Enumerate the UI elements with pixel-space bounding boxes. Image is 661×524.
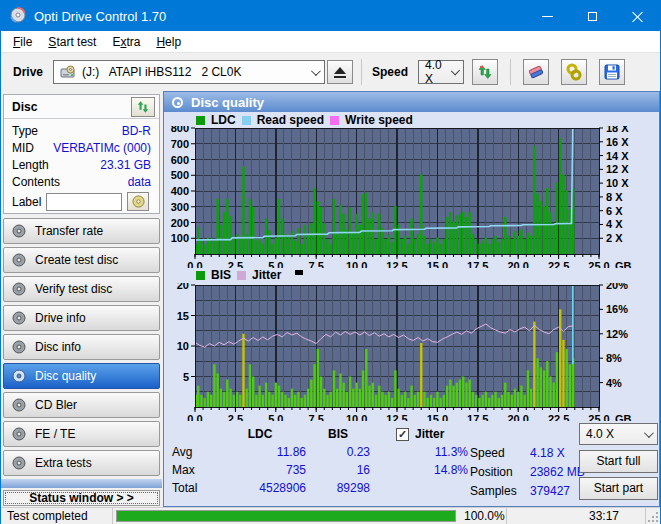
disc-icon — [12, 369, 26, 383]
tools-button[interactable] — [561, 59, 587, 85]
resize-grip[interactable] — [648, 512, 658, 522]
elapsed-time: 33:17 — [507, 508, 646, 524]
minimize-button[interactable] — [525, 1, 570, 31]
maximize-button[interactable] — [570, 1, 615, 31]
sidebar-item-disc-quality[interactable]: Disc quality — [3, 363, 160, 389]
legend-swatch — [242, 116, 251, 125]
save-button[interactable] — [599, 59, 625, 85]
svg-text:8%: 8% — [606, 352, 622, 364]
start-full-button[interactable]: Start full — [579, 450, 658, 473]
start-part-button[interactable]: Start part — [579, 477, 658, 500]
erase-disc-button[interactable] — [523, 59, 549, 85]
window-title: Opti Drive Control 1.70 — [34, 9, 525, 24]
svg-text:300: 300 — [171, 201, 189, 213]
disc-label-input[interactable] — [46, 193, 122, 211]
disc-icon — [132, 195, 145, 208]
svg-text:12%: 12% — [606, 328, 628, 340]
refresh-speeds-button[interactable] — [472, 59, 498, 85]
svg-text:5: 5 — [183, 371, 189, 383]
chevron-down-icon — [644, 428, 654, 438]
legend-label: BIS — [211, 268, 231, 282]
test-speed-select[interactable]: 4.0 X — [579, 423, 658, 445]
sidebar-item-verify-test-disc[interactable]: Verify test disc — [3, 276, 160, 302]
disc-properties: TypeBD-RMIDVERBATIMc (000)Length23.31 GB… — [4, 119, 159, 190]
progress-bar — [116, 510, 456, 522]
svg-text:18 X: 18 X — [606, 126, 629, 134]
disc-icon — [12, 340, 26, 354]
jitter-checkbox-label: Jitter — [415, 427, 444, 441]
svg-text:15: 15 — [177, 310, 189, 322]
jitter-checkbox[interactable]: ✓ — [396, 428, 409, 441]
eject-button[interactable] — [327, 60, 353, 84]
refresh-disc-button[interactable] — [131, 97, 155, 117]
menu-item-help[interactable]: Help — [148, 33, 189, 51]
status-window-button[interactable]: Status window > > — [3, 490, 160, 506]
progress-fill — [117, 511, 455, 521]
property-value: VERBATIMc (000) — [53, 141, 151, 155]
svg-text:400: 400 — [171, 185, 189, 197]
status-bar: Test completed 100.0% 33:17 — [1, 507, 660, 524]
svg-text:200: 200 — [171, 217, 189, 229]
menu-item-start-test[interactable]: Start test — [40, 33, 104, 51]
svg-text:14 X: 14 X — [606, 150, 629, 162]
ldc-value: 4528906 — [214, 481, 306, 495]
property-label: Length — [12, 158, 49, 172]
sidebar-item-transfer-rate[interactable]: Transfer rate — [3, 218, 160, 244]
stats-row-label: Avg — [168, 445, 214, 459]
svg-text:4%: 4% — [606, 377, 622, 389]
bis-value: 89298 — [306, 481, 370, 495]
legend-label: LDC — [211, 113, 236, 127]
disc-quality-panel: Disc quality LDCRead speedWrite speed 10… — [163, 91, 660, 507]
legend-label: Read speed — [257, 113, 324, 127]
svg-text:7.5: 7.5 — [309, 413, 324, 421]
sidebar-item-create-test-disc[interactable]: Create test disc — [3, 247, 160, 273]
property-value: BD-R — [122, 124, 151, 138]
eraser-icon — [527, 64, 545, 80]
svg-text:5.0: 5.0 — [268, 413, 283, 421]
drive-select[interactable]: (J:) ATAPI iHBS112 2 CL0K — [53, 60, 325, 84]
svg-text:2 X: 2 X — [606, 232, 623, 244]
sidebar: Disc TypeBD-RMIDVERBATIMc (000)Length23.… — [1, 91, 162, 507]
sidebar-item-drive-info[interactable]: Drive info — [3, 305, 160, 331]
menu-item-file[interactable]: File — [5, 33, 40, 51]
disc-property-row: Length23.31 GB — [4, 156, 159, 173]
stats-right-row: Speed4.18 X — [470, 443, 585, 462]
stats-controls: 4.0 X Start full Start part — [579, 423, 658, 504]
svg-text:22.5: 22.5 — [548, 413, 569, 421]
stat-label: Samples — [470, 484, 530, 498]
svg-text:100: 100 — [171, 232, 189, 244]
write-label-button[interactable] — [127, 192, 149, 211]
svg-text:20.0: 20.0 — [507, 413, 528, 421]
speed-select[interactable]: 4.0 X — [418, 60, 464, 84]
svg-text:8 X: 8 X — [606, 191, 623, 203]
drive-icon — [60, 65, 76, 79]
svg-text:25.0: 25.0 — [588, 413, 609, 421]
sidebar-item-disc-info[interactable]: Disc info — [3, 334, 160, 360]
sidebar-item-fe-te[interactable]: FE / TE — [3, 421, 160, 447]
chevron-down-icon — [450, 66, 460, 76]
disc-icon — [12, 253, 26, 267]
svg-text:7.5: 7.5 — [309, 260, 324, 268]
test-speed-value: 4.0 X — [586, 427, 614, 441]
legend-swatch — [196, 116, 205, 125]
disc-label-caption: Label — [12, 195, 41, 209]
svg-text:15.0: 15.0 — [427, 260, 448, 268]
sidebar-item-cd-bler[interactable]: CD Bler — [3, 392, 160, 418]
close-button[interactable] — [615, 1, 660, 31]
menu-item-extra[interactable]: Extra — [104, 33, 148, 51]
disc-icon — [172, 97, 183, 108]
svg-text:GB: GB — [615, 413, 632, 421]
ldc-read-speed-chart: 1002003004005006007008002 X4 X6 X8 X10 X… — [167, 126, 656, 268]
bis-column-header: BIS — [306, 427, 370, 441]
stat-label: Speed — [470, 446, 530, 460]
save-icon — [603, 63, 621, 81]
legend-label: Write speed — [345, 113, 413, 127]
sidebar-item-extra-tests[interactable]: Extra tests — [3, 450, 160, 476]
bis-jitter-chart: 51015204%8%12%16%20%0.02.55.07.510.012.5… — [167, 283, 656, 421]
stat-value: 23862 MB — [530, 465, 585, 479]
sidebar-item-label: Disc quality — [35, 369, 96, 383]
sidebar-item-label: Drive info — [35, 311, 86, 325]
svg-text:16%: 16% — [606, 303, 628, 315]
svg-text:500: 500 — [171, 169, 189, 181]
stats-right-block: Speed4.18 XPosition23862 MBSamples379427 — [470, 443, 585, 500]
